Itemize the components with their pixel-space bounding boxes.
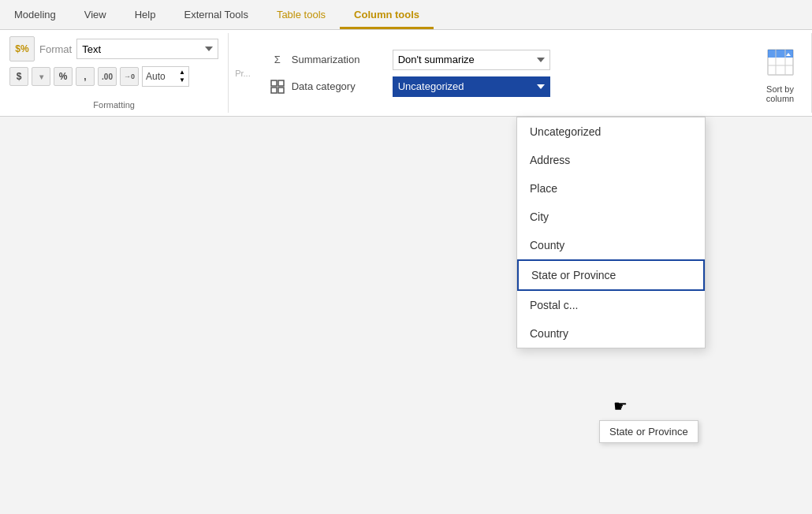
- data-category-row: Data category Uncategorized: [270, 76, 736, 97]
- auto-spinner[interactable]: ▲ ▼: [179, 69, 185, 84]
- cursor-pointer: ☛: [613, 397, 628, 415]
- auto-value: Auto: [146, 71, 176, 82]
- svg-rect-1: [278, 80, 284, 86]
- dropdown-item-county[interactable]: County: [517, 231, 705, 259]
- data-category-dropdown: Uncategorized Address Place City County …: [516, 117, 706, 348]
- spinner-up-icon[interactable]: ▲: [179, 69, 185, 76]
- summarization-row: Σ Summarization Don't summarize: [270, 50, 736, 70]
- tab-external-tools[interactable]: External Tools: [169, 4, 262, 29]
- data-category-select[interactable]: Uncategorized: [393, 76, 550, 97]
- auto-input-container: Auto ▲ ▼: [142, 66, 189, 87]
- sort-label: Sort bycolumn: [766, 84, 794, 103]
- tab-view[interactable]: View: [70, 4, 121, 29]
- svg-rect-5: [768, 50, 793, 58]
- sort-table-icon: [766, 48, 795, 76]
- spinner-down-icon[interactable]: ▼: [179, 76, 185, 84]
- decimal-increase-button[interactable]: .00: [98, 67, 117, 86]
- dropdown-item-country[interactable]: Country: [517, 319, 705, 348]
- ribbon: $% Format Text $ ▾ % , .00 →0 Auto ▲ ▼: [0, 30, 812, 117]
- tab-column-tools[interactable]: Column tools: [340, 4, 434, 29]
- svg-rect-3: [278, 88, 284, 93]
- formatting-group-label: Formatting: [9, 97, 218, 110]
- format-label: Format: [39, 43, 72, 55]
- dollar-percent-label: $%: [15, 43, 28, 54]
- currency-format-icon: $%: [9, 36, 35, 61]
- dropdown-item-postal-code[interactable]: Postal c...: [517, 291, 705, 319]
- nav-tabs: Modeling View Help External Tools Table …: [0, 0, 812, 30]
- sigma-icon: Σ: [270, 52, 285, 68]
- ribbon-group-sort: Sort bycolumn: [749, 33, 812, 113]
- tab-help[interactable]: Help: [121, 4, 170, 29]
- ribbon-divider-pr: Pr...: [229, 33, 257, 113]
- currency-button[interactable]: $: [9, 67, 28, 86]
- ribbon-group-properties: Σ Summarization Don't summarize Data cat…: [257, 33, 749, 113]
- format-bottom-row: $ ▾ % , .00 →0 Auto ▲ ▼: [9, 66, 189, 87]
- data-category-icon: [270, 79, 285, 95]
- main-content: Uncategorized Address Place City County …: [0, 117, 812, 510]
- svg-rect-0: [271, 80, 277, 86]
- grid-icon: [270, 80, 285, 94]
- dropdown-item-uncategorized[interactable]: Uncategorized: [517, 117, 705, 146]
- percent-button[interactable]: %: [54, 67, 73, 86]
- svg-rect-2: [271, 88, 277, 93]
- sort-icon-area[interactable]: [762, 43, 799, 81]
- tab-modeling[interactable]: Modeling: [0, 4, 70, 29]
- currency-dropdown-btn[interactable]: ▾: [32, 67, 50, 86]
- summarization-select[interactable]: Don't summarize: [393, 50, 550, 70]
- ribbon-group-formatting: $% Format Text $ ▾ % , .00 →0 Auto ▲ ▼: [0, 33, 229, 113]
- tooltip-text: State or Province: [609, 426, 688, 438]
- decimal-decrease-button[interactable]: →0: [120, 67, 139, 86]
- format-select[interactable]: Text: [76, 39, 218, 59]
- tooltip-state-province: State or Province: [599, 420, 698, 443]
- dropdown-item-city[interactable]: City: [517, 203, 705, 231]
- summarization-label: Summarization: [292, 54, 386, 65]
- format-top-row: $% Format Text: [9, 36, 218, 61]
- data-category-label: Data category: [292, 80, 386, 92]
- pr-label: Pr...: [235, 69, 251, 78]
- comma-button[interactable]: ,: [76, 67, 95, 86]
- tab-table-tools[interactable]: Table tools: [263, 4, 340, 29]
- dropdown-item-place[interactable]: Place: [517, 174, 705, 203]
- dropdown-item-state-province[interactable]: State or Province: [517, 259, 705, 291]
- dropdown-item-address[interactable]: Address: [517, 146, 705, 174]
